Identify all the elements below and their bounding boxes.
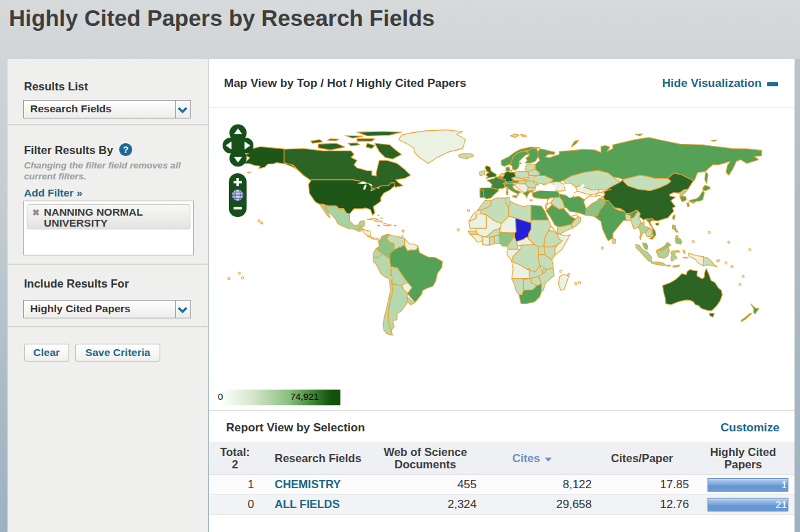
- svg-text:?: ?: [123, 144, 128, 155]
